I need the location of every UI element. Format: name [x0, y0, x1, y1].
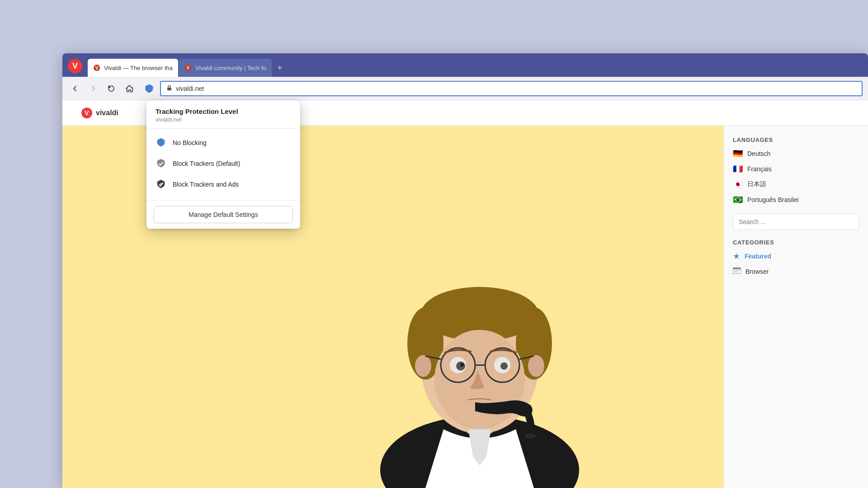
option-block-trackers-label: Block Trackers (Default): [173, 160, 240, 167]
svg-text:vivaldi: vivaldi: [96, 109, 118, 117]
svg-point-26: [500, 362, 508, 370]
category-item-browser[interactable]: Browser: [733, 267, 859, 276]
svg-point-23: [456, 361, 465, 371]
tracking-protection-dropdown: Tracking Protection Level vivaldi.net No…: [146, 100, 300, 229]
home-button[interactable]: [122, 81, 137, 96]
language-label-fr: Français: [747, 165, 772, 173]
dropdown-subtitle: vivaldi.net: [156, 116, 291, 123]
svg-point-32: [160, 183, 162, 185]
svg-rect-31: [734, 272, 738, 272]
reload-button[interactable]: [104, 81, 118, 96]
language-label-pt: Português Brasilei: [747, 196, 799, 203]
languages-title: LANGUAGES: [733, 136, 859, 143]
language-item-fr[interactable]: 🇫🇷 Français: [733, 164, 859, 174]
forward-button[interactable]: [86, 81, 100, 96]
svg-text:V: V: [85, 109, 89, 117]
tab-title-1: Vivaldi — The browser tha: [104, 65, 173, 71]
category-item-featured[interactable]: ★ Featured: [733, 251, 859, 261]
option-block-trackers-ads-label: Block Trackers and Ads: [173, 181, 239, 188]
tab-favicon-1: V: [93, 64, 100, 71]
browser-icon: [733, 267, 741, 276]
flag-de: 🇩🇪: [733, 149, 743, 159]
svg-rect-4: [167, 88, 171, 90]
address-text: vivaldi.net: [176, 85, 204, 92]
tab-title-2: Vivaldi community | Tech fo: [195, 65, 266, 71]
browser-window: V V Vivaldi — The browser tha V Vivaldi …: [62, 53, 868, 488]
language-item-pt[interactable]: 🇧🇷 Português Brasilei: [733, 195, 859, 205]
languages-section: LANGUAGES 🇩🇪 Deutsch 🇫🇷 Français 🇯🇵: [733, 136, 859, 205]
svg-rect-30: [734, 270, 740, 271]
shield-block-trackers-icon: [156, 158, 166, 169]
tab-bar: V V Vivaldi — The browser tha V Vivaldi …: [62, 53, 868, 77]
svg-point-24: [460, 363, 464, 366]
dropdown-options: No Blocking Block Trackers (Default) Blo…: [146, 129, 300, 198]
vivaldi-v-icon: V: [68, 59, 82, 73]
option-block-trackers-ads[interactable]: Block Trackers and Ads: [146, 174, 300, 195]
flag-ja: 🇯🇵: [733, 179, 743, 189]
svg-point-15: [528, 355, 544, 377]
tab-vivaldi-community[interactable]: V Vivaldi community | Tech fo: [179, 59, 272, 77]
svg-point-14: [415, 355, 431, 377]
nav-bar: vivaldi.net: [62, 77, 868, 100]
shield-block-ads-icon: [156, 179, 166, 190]
tab-vivaldi-main[interactable]: V Vivaldi — The browser tha: [88, 59, 178, 77]
language-item-de[interactable]: 🇩🇪 Deutsch: [733, 149, 859, 159]
shield-no-blocking-icon: [156, 137, 166, 148]
language-label-de: Deutsch: [747, 150, 770, 157]
language-list: 🇩🇪 Deutsch 🇫🇷 Français 🇯🇵 日本語 🇧: [733, 149, 859, 205]
language-item-ja[interactable]: 🇯🇵 日本語: [733, 179, 859, 189]
svg-text:V: V: [95, 66, 99, 70]
option-block-trackers[interactable]: Block Trackers (Default): [146, 153, 300, 174]
manage-default-settings-button[interactable]: Manage Default Settings: [154, 206, 293, 223]
dropdown-title: Tracking Protection Level: [156, 108, 291, 115]
flag-pt: 🇧🇷: [733, 195, 743, 205]
dropdown-divider: [146, 200, 300, 201]
svg-text:V: V: [187, 66, 190, 70]
categories-section: CATEGORIES ★ Featured: [733, 239, 859, 282]
language-label-ja: 日本語: [747, 180, 766, 188]
tab-favicon-2: V: [184, 64, 192, 71]
new-tab-button[interactable]: +: [273, 61, 287, 75]
dropdown-header: Tracking Protection Level vivaldi.net: [146, 100, 300, 129]
site-logo: V vivaldi: [80, 105, 135, 121]
lock-icon: [166, 85, 172, 92]
flag-fr: 🇫🇷: [733, 164, 743, 174]
hero-illustration: [335, 235, 624, 488]
categories-title: CATEGORIES: [733, 239, 859, 246]
search-input[interactable]: [733, 214, 859, 230]
category-label-browser: Browser: [745, 268, 769, 275]
vivaldi-logo: V: [66, 59, 87, 77]
back-button[interactable]: [68, 81, 82, 96]
tracking-protection-button[interactable]: [142, 81, 156, 96]
option-no-blocking-label: No Blocking: [173, 139, 207, 146]
svg-rect-29: [733, 267, 741, 269]
search-section: [733, 214, 859, 230]
star-icon: ★: [733, 251, 740, 261]
address-bar[interactable]: vivaldi.net: [160, 81, 863, 96]
option-no-blocking[interactable]: No Blocking: [146, 132, 300, 153]
svg-point-27: [525, 433, 536, 439]
sidebar: LANGUAGES 🇩🇪 Deutsch 🇫🇷 Français 🇯🇵: [723, 126, 868, 488]
category-label-featured: Featured: [745, 253, 771, 260]
